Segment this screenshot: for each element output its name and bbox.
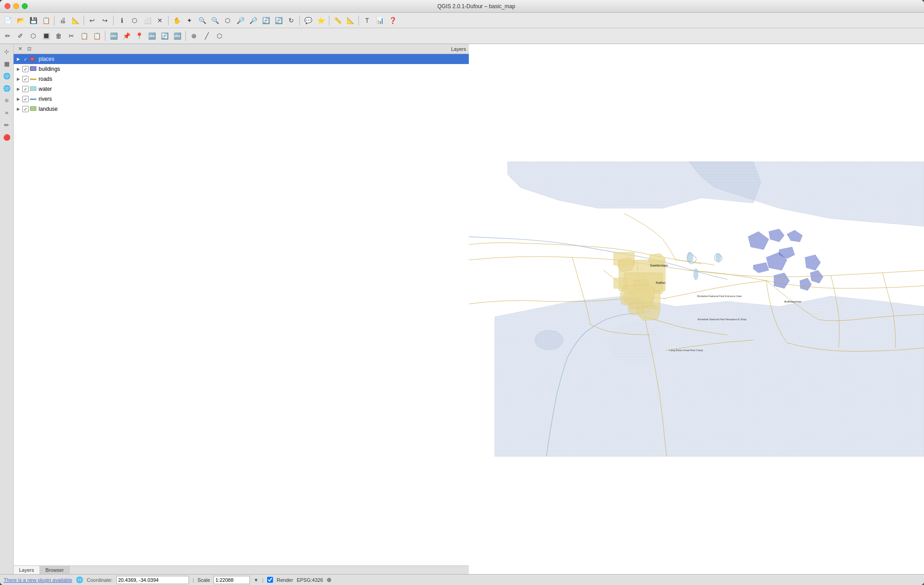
deselect-btn[interactable]: ✕: [154, 15, 166, 26]
zoom-select-btn[interactable]: 🔎: [247, 15, 259, 26]
processing-tool[interactable]: ≈: [1, 107, 12, 118]
redo-btn[interactable]: ↪: [99, 15, 111, 26]
paste-features-btn[interactable]: 📋: [91, 30, 103, 42]
layers-header: ✕ ⊡ Layers: [14, 44, 469, 54]
landuse-label: landuse: [39, 106, 467, 112]
map-tips-btn[interactable]: 💬: [302, 15, 314, 26]
capture-polygon-btn[interactable]: ⬡: [214, 30, 225, 42]
separator-4: [168, 15, 169, 25]
python-tool[interactable]: ⚛: [1, 95, 12, 106]
layer-item-roads[interactable]: ▶ ✓ roads: [14, 74, 469, 84]
buildings-expand-icon[interactable]: ▶: [15, 66, 21, 72]
measure-btn[interactable]: 📏: [332, 15, 343, 26]
layer-item-water[interactable]: ▶ ✓ water: [14, 84, 469, 94]
render-checkbox[interactable]: [267, 577, 273, 583]
toolbar-area: 📄 📂 💾 📋 🖨 📐 ↩ ↪ ℹ ⬡ ⬜ ✕ ✋ ✦ 🔍 🔍 ⬡ 🔎 🔎 🔄 …: [0, 13, 924, 44]
browser-tool[interactable]: 🌐: [1, 70, 12, 81]
measure-area-btn[interactable]: 📐: [344, 15, 356, 26]
roads-checkbox[interactable]: ✓: [22, 76, 29, 82]
rivers-label: rivers: [39, 96, 467, 102]
undo-btn[interactable]: ↩: [86, 15, 98, 26]
plugin-link[interactable]: There is a new plugin available: [4, 577, 72, 583]
add-feature-btn[interactable]: ⬡: [27, 30, 39, 42]
select-rect-btn[interactable]: ⬜: [141, 15, 153, 26]
layers-tab-bar: Layers Browser: [14, 565, 469, 574]
landuse-checkbox[interactable]: ✓: [22, 106, 29, 112]
label-btn[interactable]: T: [361, 15, 373, 26]
places-icon: [30, 56, 37, 62]
help-btn[interactable]: ❓: [387, 15, 398, 26]
node-tool-btn[interactable]: ✐: [15, 30, 26, 42]
pan-btn[interactable]: ✋: [171, 15, 183, 26]
scale-input[interactable]: [214, 576, 250, 584]
label-tool-btn[interactable]: 🔤: [108, 30, 119, 42]
save-as-btn[interactable]: 📋: [40, 15, 52, 26]
close-layers-btn[interactable]: ✕: [16, 45, 24, 53]
landuse-expand-icon[interactable]: ▶: [15, 106, 21, 112]
label-bontebok-entrance: Bontebok National Park Entrance Gate: [697, 295, 742, 297]
side-tools: ⊹ ▦ 🌐 🌐 ⚛ ≈ ✏ 🔴: [0, 44, 14, 574]
buildings-checkbox[interactable]: ✓: [22, 66, 29, 72]
statistics-btn[interactable]: 📊: [374, 15, 386, 26]
places-checkbox[interactable]: ✓: [22, 56, 29, 62]
select-tool[interactable]: ⊹: [1, 46, 12, 57]
snapping-tool[interactable]: 🔴: [1, 132, 12, 143]
edit-btn[interactable]: ✏: [2, 30, 14, 42]
water-checkbox[interactable]: ✓: [22, 86, 29, 92]
maximize-button[interactable]: [22, 3, 28, 9]
crs-settings-icon[interactable]: ⊕: [327, 576, 332, 583]
new-project-btn[interactable]: 📄: [2, 15, 14, 26]
coord-input[interactable]: [116, 576, 189, 584]
tab-layers[interactable]: Layers: [14, 566, 40, 574]
save-project-btn[interactable]: 💾: [27, 15, 39, 26]
label-rotate-btn[interactable]: 🔄: [159, 30, 170, 42]
zoom-out-btn[interactable]: 🔍: [209, 15, 221, 26]
rivers-checkbox[interactable]: ✓: [22, 96, 29, 102]
render-label: Render: [277, 577, 293, 583]
separator-9: [185, 31, 186, 41]
scale-dropdown-btn[interactable]: ▼: [253, 577, 258, 583]
copy-features-btn[interactable]: 📋: [78, 30, 90, 42]
roads-expand-icon[interactable]: ▶: [15, 76, 21, 82]
pan-map-btn[interactable]: ✦: [184, 15, 195, 26]
zoom-in-btn[interactable]: 🔍: [196, 15, 208, 26]
label-move-btn[interactable]: 🔤: [146, 30, 158, 42]
float-layers-btn[interactable]: ⊡: [25, 45, 33, 53]
map-area[interactable]: Swellendam Railton Bontebok National Par…: [469, 44, 924, 574]
identify-btn[interactable]: ℹ: [116, 15, 128, 26]
places-expand-icon[interactable]: ▶: [15, 56, 21, 62]
refresh-btn[interactable]: ↻: [285, 15, 297, 26]
minimize-button[interactable]: [13, 3, 19, 9]
select-btn[interactable]: ⬡: [129, 15, 140, 26]
separator-6: [329, 15, 329, 25]
layer-item-landuse[interactable]: ▶ ✓ landuse: [14, 104, 469, 114]
zoom-last-btn[interactable]: 🔄: [260, 15, 272, 26]
bookmark-btn[interactable]: ⭐: [315, 15, 327, 26]
tab-browser[interactable]: Browser: [40, 566, 70, 574]
print-composer-btn[interactable]: 🖨: [57, 15, 69, 26]
zoom-next-btn[interactable]: 🔄: [273, 15, 284, 26]
digitize-tool[interactable]: ✏: [1, 119, 12, 130]
layer-item-places[interactable]: ▶ ✓ places: [14, 54, 469, 64]
zoom-layer-btn[interactable]: 🔎: [234, 15, 246, 26]
capture-coord-btn[interactable]: ⊕: [188, 30, 200, 42]
manage-compositors-btn[interactable]: 📐: [70, 15, 81, 26]
label-pin-btn[interactable]: 📌: [120, 30, 132, 42]
water-expand-icon[interactable]: ▶: [15, 86, 21, 92]
db-manager-tool[interactable]: 🌐: [1, 83, 12, 94]
move-feature-btn[interactable]: 🔳: [40, 30, 52, 42]
label-unpin-btn[interactable]: 📍: [133, 30, 145, 42]
label-railton: Railton: [656, 281, 666, 284]
open-project-btn[interactable]: 📂: [15, 15, 26, 26]
label-change-btn[interactable]: 🔤: [171, 30, 183, 42]
layer-item-rivers[interactable]: ▶ ✓ rivers: [14, 94, 469, 104]
separator-5: [299, 15, 300, 25]
layer-style-tool[interactable]: ▦: [1, 58, 12, 69]
cut-features-btn[interactable]: ✂: [65, 30, 77, 42]
rivers-expand-icon[interactable]: ▶: [15, 96, 21, 102]
delete-selected-btn[interactable]: 🗑: [53, 30, 65, 42]
close-button[interactable]: [5, 3, 10, 9]
capture-line-btn[interactable]: ╱: [201, 30, 213, 42]
layer-item-buildings[interactable]: ▶ ✓ buildings: [14, 64, 469, 74]
zoom-full-btn[interactable]: ⬡: [222, 15, 233, 26]
